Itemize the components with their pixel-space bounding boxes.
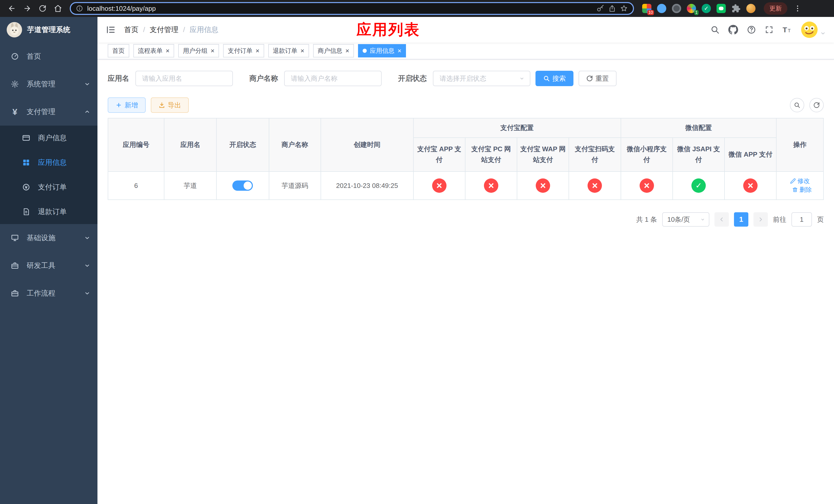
extension-check-icon[interactable]: ✓	[702, 4, 711, 13]
app-name-input[interactable]	[135, 71, 233, 86]
breadcrumb: 首页 / 支付管理 / 应用信息	[124, 25, 219, 35]
tab-refund-order[interactable]: 退款订单×	[268, 44, 309, 58]
tab-label: 退款订单	[273, 47, 298, 55]
sidebar-item-payment[interactable]: ¥ 支付管理	[0, 98, 97, 125]
sidebar-item-pay-order[interactable]: 支付订单	[0, 175, 97, 200]
home-icon	[54, 4, 62, 13]
group-header-wechat: 微信配置	[621, 118, 776, 138]
app-logo: 芋道管理系统	[0, 17, 97, 43]
browser-back-button[interactable]	[5, 2, 19, 15]
browser-update-button[interactable]: 更新	[764, 2, 787, 15]
table-toolbar: 新增 导出	[108, 97, 824, 113]
app-table: 应用编号 应用名 开启状态 商户名称 创建时间 支付宝配置 微信配置 操作 支付…	[108, 118, 824, 200]
status-cross-icon	[536, 178, 550, 193]
password-key-icon[interactable]	[596, 5, 604, 12]
col-header-alipay-wap: 支付宝 WAP 网站支付	[517, 138, 569, 171]
export-button[interactable]: 导出	[151, 97, 189, 113]
sidebar-item-infrastructure[interactable]: 基础设施	[0, 224, 97, 252]
page-number-button[interactable]: 1	[734, 212, 748, 227]
close-icon[interactable]: ×	[301, 47, 304, 54]
tab-user-group[interactable]: 用户分组×	[178, 44, 219, 58]
sidebar-item-app-info[interactable]: 应用信息	[0, 150, 97, 175]
document-icon	[22, 208, 31, 216]
tab-pay-order[interactable]: 支付订单×	[223, 44, 264, 58]
toggle-search-button[interactable]	[790, 98, 804, 112]
bookmark-star-icon[interactable]	[620, 5, 628, 12]
merchant-name-label: 商户名称	[249, 74, 278, 83]
profile-avatar-icon[interactable]	[746, 4, 755, 13]
close-icon[interactable]: ×	[346, 47, 349, 54]
close-icon[interactable]: ×	[211, 47, 214, 54]
sidebar-item-system[interactable]: 系统管理	[0, 70, 97, 98]
tab-label: 流程表单	[138, 47, 162, 55]
goto-page-input[interactable]	[791, 212, 812, 227]
status-check-icon	[692, 178, 706, 193]
github-icon[interactable]	[728, 25, 738, 35]
breadcrumb-current: 应用信息	[190, 25, 219, 35]
delete-link[interactable]: 删除	[792, 186, 812, 194]
extension-grid-icon[interactable]: 10	[642, 4, 652, 13]
status-toggle[interactable]	[232, 181, 253, 191]
workflow-icon	[10, 289, 20, 297]
sidebar-item-home[interactable]: 首页	[0, 43, 97, 70]
tags-view-bar: 首页 流程表单× 用户分组× 支付订单× 退款订单× 商户信息× 应用信息×	[97, 43, 834, 60]
add-button[interactable]: 新增	[108, 97, 146, 113]
edit-link[interactable]: 修改	[790, 177, 810, 185]
next-page-button[interactable]	[753, 212, 768, 227]
fullscreen-icon[interactable]	[765, 25, 773, 34]
col-header-created: 创建时间	[321, 118, 413, 171]
col-header-status: 开启状态	[216, 118, 269, 171]
extensions-puzzle-icon[interactable]	[731, 4, 741, 13]
refresh-table-button[interactable]	[809, 98, 824, 112]
browser-reload-button[interactable]	[36, 2, 49, 15]
search-button[interactable]: 搜索	[535, 71, 573, 86]
extension-avatar-icon[interactable]: 1	[687, 4, 696, 13]
share-icon[interactable]	[608, 5, 616, 12]
search-icon[interactable]	[710, 25, 720, 35]
close-icon[interactable]: ×	[397, 47, 401, 54]
sidebar-item-refund-order[interactable]: 退款订单	[0, 200, 97, 224]
col-header-alipay-app: 支付宝 APP 支付	[413, 138, 465, 171]
extension-blue-icon[interactable]	[657, 4, 666, 13]
reset-button[interactable]: 重置	[578, 71, 616, 86]
extension-chat-icon[interactable]	[717, 4, 726, 13]
svg-text:T: T	[788, 28, 791, 33]
cell-app-id: 6	[108, 171, 164, 200]
tab-app-info[interactable]: 应用信息×	[358, 44, 406, 58]
browser-home-button[interactable]	[51, 2, 65, 15]
address-bar[interactable]: localhost:1024/pay/app	[70, 2, 634, 15]
sidebar-item-label: 支付管理	[27, 107, 56, 117]
cell-app-name: 芋道	[164, 171, 216, 200]
tab-merchant-info[interactable]: 商户信息×	[313, 44, 354, 58]
sidebar-toggle-icon[interactable]	[106, 25, 116, 35]
search-icon	[543, 75, 550, 82]
browser-menu-icon[interactable]	[793, 4, 802, 13]
merchant-name-input[interactable]	[284, 71, 381, 86]
tab-process-form[interactable]: 流程表单×	[133, 44, 174, 58]
status-cross-icon	[484, 178, 498, 193]
status-label: 开启状态	[398, 74, 427, 83]
close-icon[interactable]: ×	[256, 47, 259, 54]
breadcrumb-home[interactable]: 首页	[124, 25, 138, 35]
font-size-icon[interactable]: TT	[782, 25, 792, 35]
monitor-icon	[10, 234, 20, 242]
breadcrumb-payment[interactable]: 支付管理	[150, 25, 178, 35]
tab-label: 商户信息	[318, 47, 343, 55]
help-icon[interactable]	[747, 25, 756, 35]
status-select[interactable]: 请选择开启状态	[433, 71, 530, 86]
prev-page-button[interactable]	[715, 212, 729, 227]
table-row: 6 芋道 芋道源码 2021-10-23 08:49:25	[108, 171, 824, 200]
sidebar-item-merchant-info[interactable]: 商户信息	[0, 125, 97, 150]
sidebar-item-workflow[interactable]: 工作流程	[0, 279, 97, 307]
browser-forward-button[interactable]	[21, 2, 34, 15]
cell-merchant: 芋道源码	[269, 171, 321, 200]
col-header-wechat-mini: 微信小程序支付	[621, 138, 673, 171]
close-icon[interactable]: ×	[166, 47, 170, 54]
user-menu[interactable]	[801, 22, 826, 38]
tab-home[interactable]: 首页	[108, 44, 129, 58]
sidebar-item-dev-tools[interactable]: 研发工具	[0, 252, 97, 279]
page-size-select[interactable]: 10条/页	[662, 212, 709, 227]
extension-dark-icon[interactable]	[672, 4, 681, 13]
dashboard-icon	[10, 52, 20, 61]
site-info-icon[interactable]	[76, 5, 83, 12]
